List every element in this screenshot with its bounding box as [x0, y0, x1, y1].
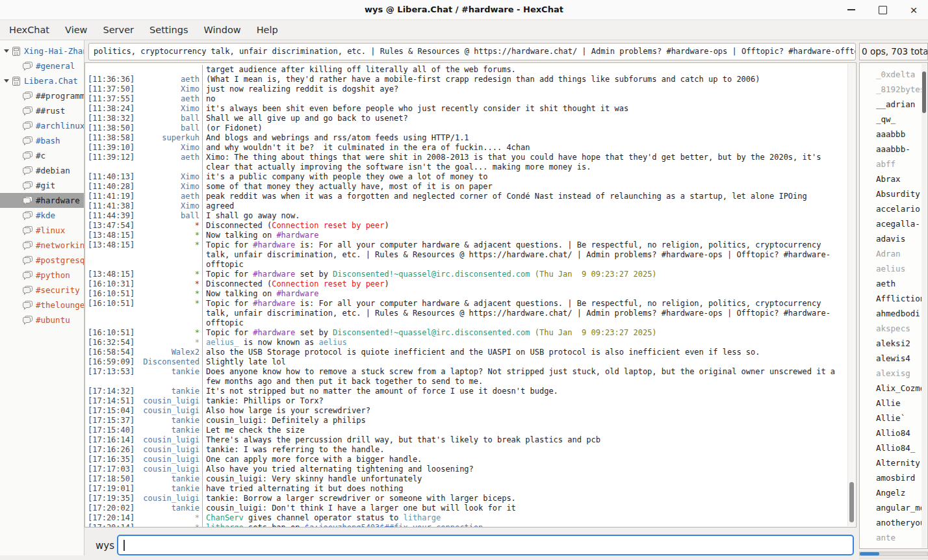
timestamp: [17:16:26] — [88, 445, 140, 455]
tree-item-label: Xing-Hai-Zhang — [24, 46, 84, 56]
user-list-item[interactable]: anotheryou — [876, 515, 922, 530]
tree-item-bash[interactable]: #bash — [0, 133, 84, 148]
chat-line: [11:38:32]ballShall we all give up and g… — [88, 114, 848, 123]
tree-item-xing-hai-zhang[interactable]: Xing-Hai-Zhang — [0, 44, 84, 58]
user-list-item[interactable]: Allie` — [876, 411, 922, 426]
menu-hexchat[interactable]: HexChat — [1, 20, 57, 40]
message-segment: ) — [385, 221, 389, 230]
user-list-item[interactable]: Abrax — [876, 172, 922, 186]
userlist-hscrollbar-thumb[interactable] — [860, 552, 879, 555]
tree-item-postgresql[interactable]: #postgresql — [0, 253, 84, 268]
tree-item-kde[interactable]: #kde — [0, 208, 84, 223]
tree-item-networking[interactable]: #networking — [0, 238, 84, 253]
user-list-item[interactable]: _8192bytes — [876, 82, 922, 97]
tree-item-general[interactable]: #general — [0, 58, 84, 73]
timestamp: [17:19:35] — [88, 494, 140, 503]
topic-bar[interactable]: politics, cryptocurrency talk, unfair di… — [88, 43, 856, 60]
user-list-item[interactable]: aleksi2 — [876, 336, 922, 351]
tree-item-hardware[interactable]: #hardware — [0, 193, 84, 208]
tree-item-ubuntu[interactable]: #ubuntu — [0, 312, 84, 327]
tree-item-c[interactable]: #c — [0, 148, 84, 163]
tree-item-linux[interactable]: #linux — [0, 223, 84, 238]
user-list-item[interactable]: acegalla- — [876, 216, 922, 231]
user-list-item[interactable]: Allio84_ — [876, 440, 922, 455]
message-segment: Shall we all give up and go back to usen… — [206, 114, 408, 123]
user-list-item[interactable]: aaabbb — [876, 127, 922, 142]
maximize-button[interactable] — [875, 2, 890, 18]
menu-window[interactable]: Window — [196, 20, 249, 40]
tree-item-label: #hardware — [36, 196, 80, 205]
message-segment: set by — [295, 270, 333, 279]
message-input[interactable] — [117, 535, 854, 555]
userlist-scrollbar-thumb[interactable] — [922, 71, 926, 113]
user-list-item[interactable]: Allie — [876, 396, 922, 411]
message-segment: Let me check the size — [206, 426, 305, 435]
user-list-item[interactable]: Alix_Cozmo — [876, 381, 922, 396]
menu-settings[interactable]: Settings — [142, 20, 196, 40]
user-list-item[interactable]: accelario — [876, 201, 922, 216]
user-list-item[interactable]: Absurdity — [876, 186, 922, 201]
user-list-item[interactable]: alewis4 — [876, 351, 922, 366]
message-segment: ) — [385, 279, 389, 288]
user-list-item[interactable]: aeth — [876, 276, 922, 291]
user-list-item[interactable]: ahmedbodi — [876, 306, 922, 321]
nick-label: cousin_luigi — [140, 445, 202, 455]
chat-scrollbar-thumb[interactable] — [849, 482, 854, 522]
message-segment: And blogs and webrings and rss/atom feed… — [206, 133, 469, 142]
user-list-item[interactable]: alexisg — [876, 366, 922, 381]
user-list-item[interactable]: _qw_ — [876, 112, 922, 127]
message-segment: some of that money they actually have, m… — [206, 182, 493, 191]
tree-item-git[interactable]: #git — [0, 178, 84, 193]
expander-icon[interactable] — [4, 49, 9, 53]
message-segment: aelius — [318, 338, 346, 347]
user-list-item[interactable]: Alternity — [876, 455, 922, 470]
message-segment: One can apply more force with a bigger h… — [206, 455, 422, 464]
user-list-item[interactable]: Allio84 — [876, 426, 922, 440]
tree-item-python[interactable]: #python — [0, 268, 84, 283]
user-list-item[interactable]: angular_mo — [876, 500, 922, 515]
user-list-item[interactable]: adavis — [876, 231, 922, 246]
close-button[interactable]: × — [906, 2, 922, 18]
menu-help[interactable]: Help — [249, 20, 286, 40]
tree-item-rust[interactable]: ##rust — [0, 103, 84, 118]
timestamp: [17:15:40] — [88, 426, 140, 435]
nick-label: tankie — [140, 426, 202, 435]
minimize-button[interactable] — [844, 2, 859, 18]
user-list-item[interactable]: Angelz — [876, 485, 922, 500]
timestamp: [17:15:04] — [88, 406, 140, 416]
user-list-item[interactable]: _0xdelta — [876, 67, 922, 82]
tree-item-debian[interactable]: #debian — [0, 163, 84, 178]
user-list-item[interactable]: aelius — [876, 261, 922, 276]
message-segment: #hardware — [253, 270, 295, 279]
userlist-scrollbar[interactable] — [922, 64, 927, 548]
tree-item-programming[interactable]: ##programming — [0, 88, 84, 103]
chat-line: [17:20:02]tankiecousin_luigi: Don't thin… — [88, 503, 848, 513]
tree-item-security[interactable]: #security — [0, 283, 84, 298]
userlist-hscrollbar[interactable] — [859, 552, 928, 556]
user-list-item[interactable]: Adran — [876, 246, 922, 261]
chat-scrollbar[interactable] — [847, 64, 855, 526]
user-list-item[interactable]: amosbird — [876, 470, 922, 485]
nick-label: ball — [140, 123, 202, 133]
tree-item-thelounge[interactable]: #thelounge — [0, 298, 84, 312]
tree-item-archlinux[interactable]: #archlinux — [0, 118, 84, 133]
menu-view[interactable]: View — [57, 20, 95, 40]
user-list-item[interactable]: Affliction — [876, 291, 922, 306]
tree-item-libera-chat[interactable]: Libera.Chat — [0, 73, 84, 88]
chat-line: [11:38:58]superkuhAnd blogs and webrings… — [88, 133, 848, 143]
user-list-item[interactable]: aaabbb- — [876, 142, 922, 157]
chat-line: [17:20:14]*ChanServ gives channel operat… — [88, 513, 848, 523]
user-list-item[interactable]: akspecs — [876, 321, 922, 336]
timestamp: [17:15:37] — [88, 416, 140, 426]
user-list-item[interactable]: ante — [876, 530, 922, 545]
message-segment: #hardware — [253, 328, 295, 337]
user-list-item[interactable]: __adrian — [876, 97, 922, 112]
menu-server[interactable]: Server — [95, 20, 142, 40]
timestamp: [17:17:03] — [88, 465, 140, 474]
userlist-header: 0 ops, 703 total — [859, 43, 928, 60]
message-segment: it's a public company with people they o… — [206, 172, 487, 181]
user-list-item[interactable]: abff — [876, 157, 922, 172]
message-text: have tried alternating it but does nothi… — [202, 484, 848, 494]
chat-line: [11:40:28]Ximosome of that money they ac… — [88, 182, 848, 192]
expander-icon[interactable] — [4, 79, 9, 83]
